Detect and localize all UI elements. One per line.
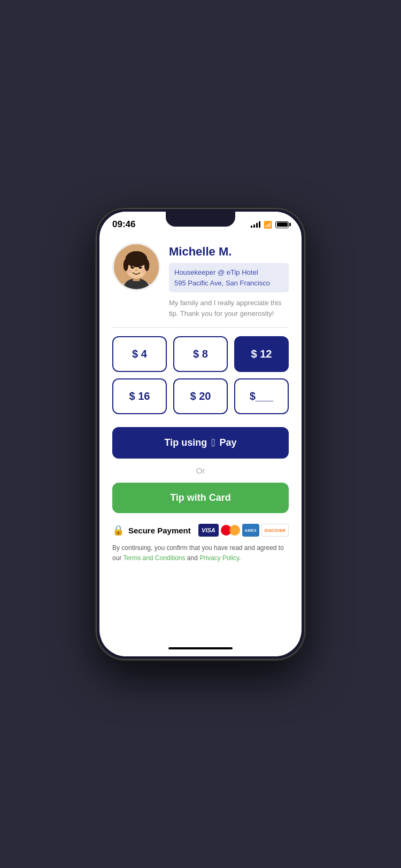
svg-point-11 [133,266,134,267]
terms-text: By continuing, you confirm that you have… [112,543,289,563]
tip-button-custom[interactable]: $___ [234,378,289,414]
wifi-icon: 📶 [264,221,272,229]
discover-logo: DISCOVER [261,524,289,537]
apple-logo-icon:  [211,437,215,449]
card-logos: VISA AMEX DISCOVER [198,524,289,537]
svg-point-8 [144,259,149,271]
notch [166,212,235,227]
avatar [112,243,160,291]
svg-point-6 [127,251,145,261]
signal-icon [251,221,260,228]
profile-info: Michelle M. Housekeeper @ eTip Hotel 595… [169,243,289,319]
main-content: Michelle M. Housekeeper @ eTip Hotel 595… [99,234,302,640]
or-divider: Or [112,466,289,475]
card-tip-button[interactable]: Tip with Card [112,483,289,513]
phone-frame: 09:46 📶 [96,208,305,660]
svg-point-14 [126,269,131,273]
thank-you-message: My family and I really appreciate this t… [169,298,289,319]
location-text: Housekeeper @ eTip Hotel 595 Pacific Ave… [174,267,283,288]
home-indicator [99,640,302,656]
privacy-link[interactable]: Privacy Policy [199,554,239,562]
avatar-image [114,244,159,289]
apple-pay-button[interactable]: Tip using  Pay [112,427,289,459]
terms-suffix: . [239,554,241,562]
secure-label: 🔒 Secure Payment [112,524,191,536]
tip-button-20[interactable]: $ 20 [173,378,228,414]
apple-pay-suffix: Pay [219,437,236,448]
tip-button-4[interactable]: $ 4 [112,336,167,372]
tip-button-8[interactable]: $ 8 [173,336,228,372]
tip-button-16[interactable]: $ 16 [112,378,167,414]
svg-point-10 [138,266,142,269]
tip-amount-grid: $ 4 $ 8 $ 12 $ 16 $ 20 $___ [112,336,289,414]
svg-point-7 [124,259,128,271]
tip-button-12[interactable]: $ 12 [234,336,289,372]
status-icons: 📶 [251,221,289,229]
svg-point-12 [141,266,142,267]
status-time: 09:46 [112,219,135,230]
staff-name: Michelle M. [169,245,289,259]
apple-pay-label: Tip using [164,437,207,448]
lock-icon: 🔒 [112,524,124,536]
svg-point-9 [130,266,134,269]
divider [112,327,289,328]
security-section: 🔒 Secure Payment VISA AMEX DISCOVER [112,524,289,537]
amex-logo: AMEX [242,524,259,537]
svg-point-13 [135,269,138,271]
battery-icon [275,221,289,228]
terms-conjunction: and [186,554,200,562]
secure-text: Secure Payment [128,526,191,535]
location-badge: Housekeeper @ eTip Hotel 595 Pacific Ave… [169,263,289,292]
mastercard-logo [221,524,240,537]
svg-point-15 [141,269,146,273]
visa-logo: VISA [198,524,219,537]
profile-section: Michelle M. Housekeeper @ eTip Hotel 595… [112,243,289,319]
home-bar [168,647,233,649]
terms-link[interactable]: Terms and Conditions [123,554,185,562]
phone-screen: 09:46 📶 [99,212,302,656]
